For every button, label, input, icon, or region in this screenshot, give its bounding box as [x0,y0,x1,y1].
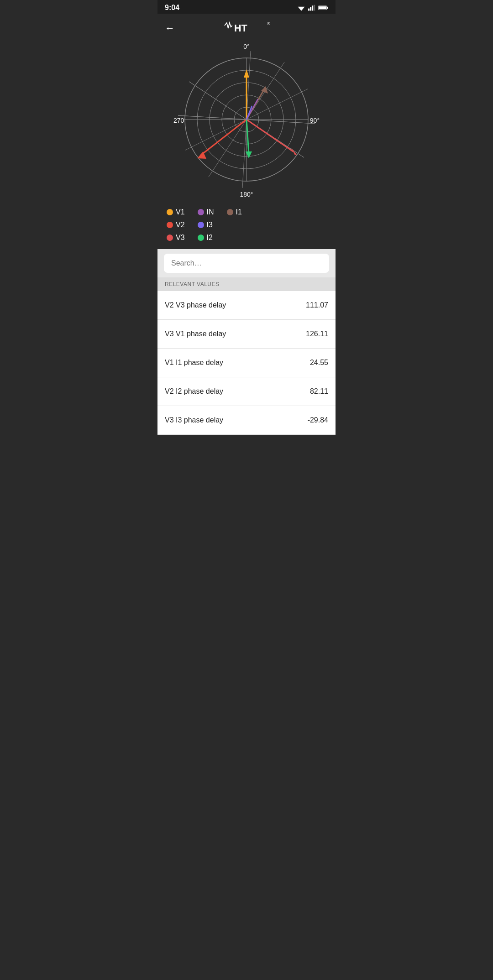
chart-area: 0° 90° 180° 270° [157,43,336,203]
svg-rect-1 [308,9,309,11]
svg-rect-6 [327,7,328,9]
polar-chart-wrapper: 0° 90° 180° 270° [173,43,320,198]
legend-label-v3: V3 [176,234,185,242]
app-header: ← HT ® [157,14,336,43]
legend-row-3: V3 I2 [167,234,326,242]
legend-item-v3: V3 [167,234,185,242]
value-label-4: V3 I3 phase delay [165,416,223,424]
search-input[interactable] [164,254,329,273]
value-label-1: V3 V1 phase delay [165,330,226,338]
value-number-0: 111.07 [306,301,328,309]
legend-item-in: IN [198,208,214,216]
bottom-area: RELEVANT VALUES V2 V3 phase delay 111.07… [157,249,336,435]
legend-dot-in [198,209,204,215]
svg-rect-2 [310,7,311,10]
table-row: V2 V3 phase delay 111.07 [157,291,336,320]
legend-dot-i3 [198,222,204,228]
legend-label-in: IN [207,208,214,216]
value-number-3: 82.11 [310,387,328,396]
value-number-2: 24.55 [310,359,328,367]
status-time: 9:04 [165,4,179,12]
svg-rect-8 [319,6,326,9]
signal-icon [308,5,315,11]
legend-item-i1: I1 [227,208,242,216]
legend-dot-i2 [198,235,204,241]
values-list: V2 V3 phase delay 111.07 V3 V1 phase del… [157,291,336,435]
value-number-1: 126.11 [306,330,328,338]
legend-item-i3: I3 [198,221,213,229]
value-number-4: -29.84 [308,416,328,424]
legend-dot-v2 [167,222,173,228]
table-row: V1 I1 phase delay 24.55 [157,349,336,377]
legend-dot-v1 [167,209,173,215]
legend-row-1: V1 IN I1 [167,208,326,216]
legend: V1 IN I1 V2 I3 V3 I2 [157,203,336,249]
svg-text:®: ® [267,21,270,26]
status-bar: 9:04 [157,0,336,14]
svg-rect-4 [314,5,315,11]
legend-item-i2: I2 [198,234,213,242]
legend-item-v2: V2 [167,221,185,229]
logo-area: HT ® [219,18,274,38]
value-label-2: V1 I1 phase delay [165,359,223,367]
wifi-icon [297,5,305,11]
legend-dot-v3 [167,235,173,241]
degree-bottom: 180° [240,191,253,198]
back-button[interactable]: ← [165,22,175,34]
degree-top: 0° [243,43,249,50]
legend-label-i3: I3 [207,221,213,229]
value-label-3: V2 I2 phase delay [165,387,223,396]
table-row: V2 I2 phase delay 82.11 [157,377,336,406]
value-label-0: V2 V3 phase delay [165,301,226,309]
svg-rect-3 [312,5,313,10]
legend-label-i2: I2 [207,234,213,242]
svg-text:HT: HT [234,22,247,34]
legend-label-v2: V2 [176,221,185,229]
section-header: RELEVANT VALUES [157,277,336,291]
table-row: V3 V1 phase delay 126.11 [157,320,336,349]
legend-item-v1: V1 [167,208,185,216]
battery-icon [318,5,328,10]
status-icons [297,5,328,11]
polar-chart-svg [178,51,315,188]
legend-dot-i1 [227,209,233,215]
table-row: V3 I3 phase delay -29.84 [157,406,336,435]
search-container [157,249,336,277]
legend-row-2: V2 I3 [167,221,326,229]
legend-label-v1: V1 [176,208,185,216]
legend-label-i1: I1 [236,208,242,216]
svg-marker-0 [298,7,305,11]
ht-logo: HT ® [219,18,274,38]
